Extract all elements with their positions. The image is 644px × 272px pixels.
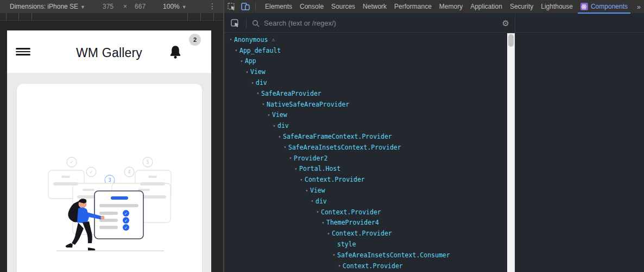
tab-components[interactable]: Components [577,0,632,14]
tab-label: Security [510,3,533,10]
expander-icon[interactable]: ▾ [314,209,321,214]
tab-label: Lighthouse [541,3,573,10]
tree-node[interactable]: ▾ThemeProvider4 [224,218,507,228]
react-icon [580,3,588,10]
expander-icon[interactable]: ▾ [276,134,283,139]
tab-console[interactable]: Console [296,0,327,14]
components-toolbar: ⚙ [224,14,515,33]
device-height-field[interactable]: 667 [135,3,146,10]
expander-icon[interactable]: ▾ [331,252,337,257]
settings-gear-icon[interactable]: ⚙ [502,18,509,28]
tab-label: Elements [265,3,292,10]
expander-icon[interactable]: ▾ [309,199,315,203]
tree-node[interactable]: ▾Context.Provider [224,261,507,271]
expander-icon[interactable]: ▾ [228,37,234,42]
pick-component-icon[interactable] [231,19,239,28]
app-body: ✓✓ 3 45 [7,73,211,272]
expander-icon[interactable]: ▾ [249,81,256,85]
tree-node[interactable]: ▾div [224,77,507,88]
tab-label: Network [363,3,387,10]
component-name: Portal.Host [299,165,340,172]
inspect-element-icon[interactable] [228,3,236,11]
tree-node[interactable]: ▾div [224,196,507,207]
device-toolbar-toggle-icon[interactable] [241,3,250,10]
tab-application[interactable]: Application [466,0,506,14]
ruler-tick [213,13,214,21]
tree-node[interactable]: ▾Context.Provider [224,207,507,218]
expander-icon[interactable]: ▾ [304,188,310,193]
svg-text:✓: ✓ [124,212,128,216]
tab-memory[interactable]: Memory [435,0,466,14]
component-name: View [272,111,287,119]
tree-node[interactable]: ▾NativeSafeAreaProvider [224,99,507,110]
tab-performance[interactable]: Performance [390,0,435,14]
tab-lighthouse[interactable]: Lighthouse [537,0,577,14]
zoom-select[interactable]: 100%▼ [163,3,187,10]
notification-bell-icon[interactable] [168,45,182,60]
tree-node[interactable]: style [224,239,507,250]
component-name: div [277,122,289,129]
expander-icon[interactable]: ▾ [266,113,272,118]
expander-icon[interactable]: ▾ [244,70,250,75]
expander-icon[interactable]: ▾ [293,166,299,171]
tree-node[interactable]: ▾SafeAreaInsetsContext.Provider [224,142,507,153]
dimensions-select[interactable]: Dimensions: iPhone SE▼ [10,3,85,10]
device-toolbar-menu-icon[interactable]: ⋮ [209,2,216,10]
expander-icon[interactable]: ▾ [320,220,326,225]
content-card: ✓✓ 3 45 [17,84,202,272]
dimensions-label: Dimensions: iPhone SE [10,3,78,10]
devtools-tabbar-tabs: ElementsConsoleSourcesNetworkPerformance… [261,0,632,14]
expander-icon[interactable]: ▾ [282,145,288,150]
expander-icon[interactable]: ▾ [271,123,277,128]
tree-node[interactable]: ▾SafeAreaInsetsContext.Consumer [224,250,507,261]
expander-icon[interactable]: ▾ [325,231,332,236]
tab-sources[interactable]: Sources [327,0,359,14]
tree-node[interactable]: ▾SafeAreaFrameContext.Provider [224,131,507,142]
expander-icon[interactable]: ▾ [336,263,343,268]
tree-node[interactable]: ▾Anonymous⚠ [224,34,507,45]
tab-security[interactable]: Security [506,0,537,14]
component-name: Context.Provider [321,208,381,216]
tree-node[interactable]: ▾View [224,185,507,196]
toolbar-separator [246,18,247,28]
expander-icon[interactable]: ▾ [298,177,305,182]
tree-node[interactable]: ▾App_default [224,45,507,56]
tab-elements[interactable]: Elements [261,0,296,14]
device-width-field[interactable]: 375 [103,3,113,10]
expander-icon[interactable]: ▾ [255,91,261,96]
component-name: Context.Provider [305,176,365,183]
component-name: ThemeProvider4 [326,219,379,226]
component-name: View [250,68,266,76]
ruler-tick [200,13,201,21]
more-tabs-icon[interactable]: » [637,3,641,11]
component-name: App_default [239,47,281,54]
component-name: SafeAreaFrameContext.Provider [283,133,392,140]
tree-node[interactable]: ▾Context.Provider [224,228,507,239]
tab-network[interactable]: Network [359,0,390,14]
component-name: Context.Provider [332,230,392,237]
component-name: SafeAreaInsetsContext.Consumer [337,251,450,259]
expander-icon[interactable]: ▾ [260,102,267,107]
component-name: div [256,79,267,86]
tree-node[interactable]: ▾Provider2 [224,153,507,164]
tree-node[interactable]: ▾Context.Provider [224,174,507,185]
tree-node[interactable]: ▾div [224,120,507,131]
tree-node[interactable]: ▾View [224,66,507,77]
component-search-input[interactable] [264,19,502,27]
component-name: SafeAreaProvider [261,90,321,97]
expander-icon[interactable]: ▾ [238,59,245,64]
warning-icon: ⚠ [272,36,275,42]
devtools-window: Dimensions: iPhone SE▼ 375 × 667 100%▼ ⋮ [0,0,644,272]
expander-icon[interactable]: ▾ [233,48,239,53]
tree-scrollbar[interactable] [507,33,515,272]
scrollbar-thumb[interactable] [508,34,514,47]
tree-node[interactable]: ▾Portal.Host [224,164,507,175]
tree-node[interactable]: ▾SafeAreaProvider [224,88,507,99]
props-pane [515,14,644,272]
tab-label: Sources [331,3,355,10]
component-name: Anonymous [234,36,268,44]
component-name: App [245,57,256,65]
expander-icon[interactable]: ▾ [287,156,294,160]
tree-node[interactable]: ▾App [224,56,507,67]
tree-node[interactable]: ▾View [224,110,507,121]
